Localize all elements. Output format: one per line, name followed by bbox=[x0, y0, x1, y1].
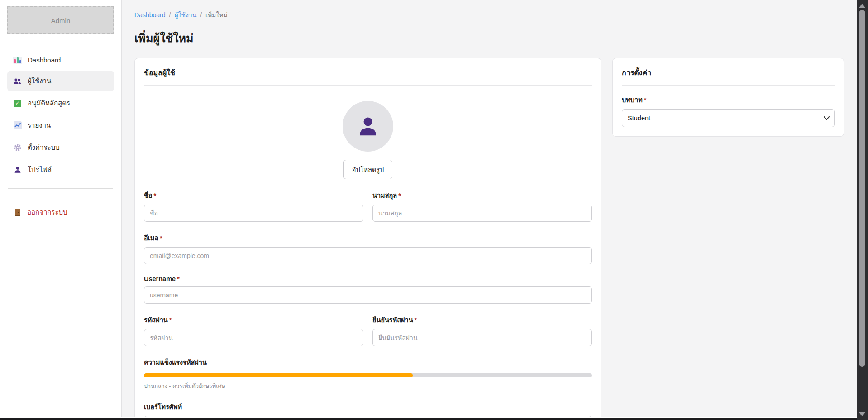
required-asterisk: * bbox=[415, 316, 417, 324]
scrollbar-down-arrow-icon[interactable] bbox=[859, 412, 865, 416]
required-asterisk: * bbox=[644, 96, 647, 104]
sidebar-item-label: รายงาน bbox=[28, 120, 51, 131]
brand-label: Admin bbox=[51, 17, 71, 24]
sidebar-item-dashboard[interactable]: Dashboard bbox=[7, 51, 114, 69]
vertical-scrollbar[interactable] bbox=[857, 0, 868, 420]
settings-gear-icon bbox=[13, 143, 22, 152]
window-bottom-edge bbox=[0, 418, 857, 420]
logout-link[interactable]: ออกจากระบบ bbox=[7, 202, 114, 222]
password-strength-hint: ปานกลาง - ควรเพิ่มตัวอักษรพิเศษ bbox=[144, 382, 592, 391]
scrollbar-up-arrow-icon[interactable] bbox=[859, 4, 865, 8]
sidebar-item-label: ผู้ใช้งาน bbox=[28, 76, 51, 86]
upload-photo-button[interactable]: อัปโหลดรูป bbox=[343, 160, 393, 179]
sidebar-item-label: ตั้งค่าระบบ bbox=[28, 142, 60, 153]
password-field[interactable] bbox=[144, 329, 363, 346]
breadcrumb-link-dashboard[interactable]: Dashboard bbox=[134, 11, 166, 19]
approve-check-icon: ✓ bbox=[13, 99, 22, 108]
username-label: Username* bbox=[144, 275, 592, 282]
sidebar-item-label: อนุมัติหลักสูตร bbox=[28, 98, 70, 109]
settings-card-title: การตั้งค่า bbox=[613, 58, 844, 85]
logout-door-icon bbox=[13, 208, 22, 217]
sidebar-divider bbox=[8, 188, 113, 189]
page-title: เพิ่มผู้ใช้ใหม่ bbox=[134, 29, 844, 47]
first-name-label: ชื่อ* bbox=[144, 190, 363, 200]
reports-chart-icon bbox=[13, 121, 22, 130]
sidebar: Admin Dashboard ผู้ใช้งาน bbox=[0, 0, 122, 417]
settings-card: การตั้งค่า บทบาท* Student bbox=[612, 58, 844, 137]
avatar bbox=[343, 101, 393, 152]
last-name-label: นามสกุล* bbox=[372, 190, 592, 200]
role-label: บทบาท* bbox=[622, 95, 835, 105]
user-info-card: ข้อมูลผู้ใช้ อัปโหลดรูป bbox=[134, 58, 601, 417]
sidebar-item-users[interactable]: ผู้ใช้งาน bbox=[7, 71, 114, 91]
breadcrumb-link-users[interactable]: ผู้ใช้งาน bbox=[174, 10, 196, 20]
sidebar-item-label: โปรไฟล์ bbox=[28, 164, 52, 175]
breadcrumb: Dashboard / ผู้ใช้งาน / เพิ่มใหม่ bbox=[134, 10, 844, 20]
required-asterisk: * bbox=[169, 316, 172, 324]
first-name-field[interactable] bbox=[144, 205, 363, 222]
required-asterisk: * bbox=[177, 275, 180, 282]
phone-label: เบอร์โทรศัพท์ bbox=[144, 401, 592, 412]
email-label: อีเมล* bbox=[144, 233, 592, 243]
email-field[interactable] bbox=[144, 247, 592, 264]
password-strength-track bbox=[144, 373, 592, 377]
required-asterisk: * bbox=[398, 192, 401, 199]
dashboard-icon bbox=[13, 56, 22, 64]
brand-logo-placeholder: Admin bbox=[7, 6, 114, 34]
username-field[interactable] bbox=[144, 286, 592, 304]
last-name-field[interactable] bbox=[372, 205, 592, 222]
sidebar-item-system-settings[interactable]: ตั้งค่าระบบ bbox=[7, 137, 114, 158]
sidebar-menu: Dashboard ผู้ใช้งาน ✓ อนุมัติหลักสูตร bbox=[7, 51, 114, 180]
logout-label: ออกจากระบบ bbox=[27, 207, 67, 218]
password-strength-fill bbox=[144, 373, 413, 377]
sidebar-item-approve-courses[interactable]: ✓ อนุมัติหลักสูตร bbox=[7, 93, 114, 114]
password-strength-label: ความแข็งแรงรหัสผ่าน bbox=[144, 357, 592, 368]
breadcrumb-separator: / bbox=[169, 11, 171, 19]
required-asterisk: * bbox=[154, 192, 157, 199]
role-select[interactable]: Student bbox=[622, 109, 835, 127]
confirm-password-field[interactable] bbox=[372, 329, 592, 346]
sidebar-item-profile[interactable]: โปรไฟล์ bbox=[7, 159, 114, 180]
user-info-card-title: ข้อมูลผู้ใช้ bbox=[135, 58, 601, 85]
main-content: Dashboard / ผู้ใช้งาน / เพิ่มใหม่ เพิ่มผ… bbox=[122, 0, 857, 417]
avatar-person-icon bbox=[356, 114, 380, 138]
phone-field[interactable] bbox=[144, 416, 592, 417]
confirm-password-label: ยืนยันรหัสผ่าน* bbox=[372, 315, 592, 325]
users-icon bbox=[13, 77, 22, 86]
password-label: รหัสผ่าน* bbox=[144, 315, 363, 325]
scrollbar-thumb[interactable] bbox=[859, 10, 865, 367]
breadcrumb-separator: / bbox=[200, 11, 202, 19]
required-asterisk: * bbox=[160, 234, 162, 242]
sidebar-item-label: Dashboard bbox=[28, 56, 61, 64]
sidebar-item-reports[interactable]: รายงาน bbox=[7, 115, 114, 136]
app-window: Admin Dashboard ผู้ใช้งาน bbox=[0, 0, 857, 417]
profile-person-icon bbox=[13, 166, 22, 174]
breadcrumb-current: เพิ่มใหม่ bbox=[205, 10, 228, 20]
